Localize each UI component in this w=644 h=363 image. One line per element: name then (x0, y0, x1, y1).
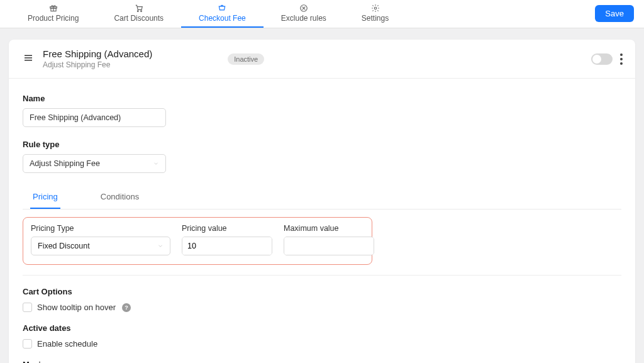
subtab-pricing[interactable]: Pricing (30, 187, 60, 209)
subtab-conditions[interactable]: Conditions (98, 187, 142, 209)
pricing-value-field[interactable] (182, 237, 272, 255)
pricing-value-input[interactable]: $ (182, 237, 272, 255)
max-value-col: Maximum value $ (284, 224, 374, 255)
cart-options-title: Cart Options (23, 287, 621, 296)
subtabs: Pricing Conditions (23, 187, 621, 209)
max-uses-section: Maximum uses Limit the number of times t… (23, 360, 621, 363)
schedule-checkbox[interactable] (23, 339, 32, 349)
max-uses-title: Maximum uses (23, 360, 621, 363)
svg-point-8 (374, 7, 377, 9)
tab-checkout-fee[interactable]: Checkout Fee (181, 0, 264, 28)
cart-icon (135, 4, 143, 13)
tooltip-label: Show tooltip on hover (37, 303, 116, 312)
name-input[interactable]: Free Shipping (Advanced) (23, 108, 166, 127)
svg-point-3 (137, 11, 138, 12)
cart-options-section: Cart Options Show tooltip on hover ? (23, 275, 621, 312)
schedule-label: Enable schedule (37, 339, 97, 349)
card-body: Name Free Shipping (Advanced) Rule type … (9, 79, 635, 363)
rule-type-field: Rule type Adjust Shipping Fee (23, 140, 621, 173)
gear-icon (371, 4, 380, 13)
tab-label: Settings (362, 14, 389, 23)
tab-label: Product Pricing (28, 14, 79, 23)
gift-icon (49, 4, 58, 13)
rule-card: Free Shipping (Advanced) Adjust Shipping… (9, 40, 635, 363)
schedule-row: Enable schedule (23, 339, 621, 349)
name-label: Name (23, 94, 621, 103)
top-nav: Product Pricing Cart Discounts Checkout … (0, 0, 644, 28)
enable-toggle[interactable] (591, 53, 613, 65)
pricing-value-col: Pricing value $ (182, 224, 272, 255)
menu-icon[interactable] (23, 52, 34, 65)
tooltip-checkbox[interactable] (23, 303, 32, 312)
pricing-type-label: Pricing Type (31, 224, 170, 233)
page-subtitle: Adjust Shipping Fee (43, 60, 152, 69)
name-field: Name Free Shipping (Advanced) (23, 94, 621, 127)
title-block: Free Shipping (Advanced) Adjust Shipping… (43, 48, 152, 69)
nav-tabs: Product Pricing Cart Discounts Checkout … (10, 0, 406, 28)
header-actions (591, 53, 623, 65)
max-value-label: Maximum value (284, 224, 374, 233)
pricing-type-col: Pricing Type Fixed Discount (31, 224, 170, 255)
tab-cart-discounts[interactable]: Cart Discounts (96, 0, 181, 28)
pricing-type-value: Fixed Discount (38, 242, 90, 250)
name-value: Free Shipping (Advanced) (30, 113, 121, 122)
pricing-type-select[interactable]: Fixed Discount (31, 237, 170, 255)
tooltip-row: Show tooltip on hover ? (23, 303, 621, 312)
active-dates-title: Active dates (23, 323, 621, 333)
exclude-icon (299, 4, 308, 13)
rule-type-select[interactable]: Adjust Shipping Fee (23, 154, 166, 173)
pricing-value-label: Pricing value (182, 224, 272, 233)
max-value-field[interactable] (284, 237, 374, 255)
tab-label: Cart Discounts (114, 14, 164, 23)
rule-type-value: Adjust Shipping Fee (30, 159, 100, 168)
help-icon[interactable]: ? (122, 303, 131, 312)
svg-point-4 (140, 11, 142, 12)
checkout-icon (218, 4, 226, 13)
page-title: Free Shipping (Advanced) (43, 48, 152, 59)
tab-exclude-rules[interactable]: Exclude rules (264, 0, 344, 28)
chevron-down-icon (157, 243, 164, 249)
save-button[interactable]: Save (595, 5, 634, 22)
tab-product-pricing[interactable]: Product Pricing (10, 0, 96, 28)
max-value-input[interactable]: $ (284, 237, 374, 255)
rule-type-label: Rule type (23, 140, 621, 149)
tab-label: Checkout Fee (199, 14, 246, 23)
tab-settings[interactable]: Settings (344, 0, 406, 28)
more-menu-icon[interactable] (620, 53, 623, 65)
pricing-highlight: Pricing Type Fixed Discount Pricing valu… (23, 217, 372, 265)
tab-label: Exclude rules (281, 14, 326, 23)
chevron-down-icon (153, 160, 159, 167)
card-header: Free Shipping (Advanced) Adjust Shipping… (9, 40, 635, 79)
status-badge: Inactive (228, 53, 264, 65)
active-dates-section: Active dates Enable schedule (23, 323, 621, 349)
